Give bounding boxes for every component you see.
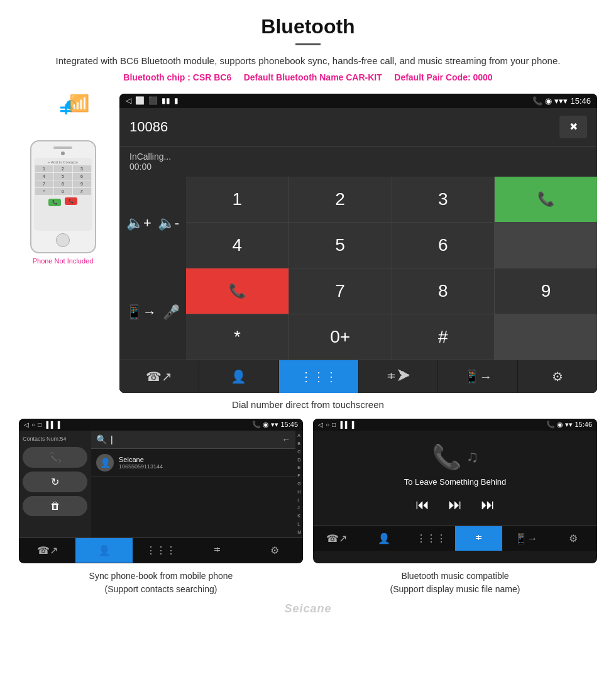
music-content: 📞 ♫ To Leave Something Behind ⏮ ⏭ ⏭ [313, 431, 597, 526]
key-5[interactable]: 5 [54, 173, 72, 180]
key-hash[interactable]: # [73, 188, 91, 195]
dial-grid-area: 🔈+ 🔈- 📱→ 🎤 1 2 3 📞 4 5 6 📞 7 8 [119, 177, 597, 360]
mic-icon[interactable]: 🎤 [163, 304, 180, 321]
back-icon: ◁ [126, 96, 131, 105]
status-left: ◁ ⬜ ⬛ ▮▮ ▮ [126, 96, 179, 105]
music-icon-area: 📞 ♫ [432, 443, 479, 471]
mb-transfer[interactable]: 📱→ [502, 526, 549, 551]
back-icon: ◁ [24, 421, 29, 428]
alpha-k[interactable]: K [297, 514, 301, 518]
watermark: Seicane [0, 596, 616, 626]
call-end-button[interactable]: 📞 [186, 268, 289, 314]
phone-action-buttons: 📞 📞 [48, 197, 77, 207]
key-hash[interactable]: # [392, 314, 495, 360]
phone-icon-small: 📞 [252, 421, 261, 429]
search-cursor: | [111, 434, 113, 444]
contact-list-item[interactable]: 👤 Seicane 10655059113144 [91, 449, 295, 477]
key-1[interactable]: 1 [35, 165, 53, 172]
key-8[interactable]: 8 [392, 268, 495, 314]
alpha-b[interactable]: B [297, 441, 301, 446]
key-star[interactable]: * [35, 188, 53, 195]
delete-action-button[interactable]: 🗑 [23, 496, 87, 516]
bottom-contacts-icon[interactable]: 👤 [199, 360, 278, 393]
alpha-e[interactable]: E [297, 465, 301, 470]
volume-down-icon[interactable]: 🔈- [158, 215, 179, 231]
key-8[interactable]: 8 [54, 180, 72, 187]
alpha-m[interactable]: M [297, 530, 301, 534]
bottom-call-icon[interactable]: ☎↗ [119, 360, 199, 393]
alpha-f[interactable]: F [297, 473, 301, 478]
dial-controls-left: 🔈+ 🔈- 📱→ 🎤 [119, 177, 186, 360]
volume-up-icon[interactable]: 🔈+ [126, 215, 151, 231]
bottom-transfer-icon[interactable]: 📱→ [438, 360, 517, 393]
alpha-d[interactable]: D [297, 458, 301, 462]
phone-status-icon: 📞 [532, 96, 542, 106]
key-7[interactable]: 7 [289, 268, 392, 314]
next-track-button[interactable]: ⏭ [448, 497, 462, 513]
call-answer-button[interactable]: 📞 [495, 177, 597, 222]
loc-icon-small: ◉ [263, 421, 269, 429]
key-star[interactable]: * [186, 314, 289, 360]
bottom-settings-icon[interactable]: ⚙ [518, 360, 597, 393]
phone-end-button[interactable]: 📞 [65, 197, 77, 205]
prev-button[interactable]: ⏮ [415, 497, 429, 513]
alpha-h[interactable]: H [297, 490, 301, 494]
mb-bluetooth[interactable]: ⧧ [455, 526, 502, 551]
alpha-j[interactable]: J [297, 505, 301, 510]
alpha-l[interactable]: L [297, 522, 301, 526]
key-9[interactable]: 9 [495, 268, 597, 314]
key-5[interactable]: 5 [289, 223, 392, 268]
mb-call[interactable]: ☎↗ [313, 526, 360, 551]
bt-chip: Bluetooth chip : CSR BC6 [123, 72, 231, 82]
key-4[interactable]: 4 [186, 223, 289, 268]
bottom-keypad-icon[interactable]: ⋮⋮⋮ [279, 360, 358, 393]
phone-home-button[interactable] [56, 233, 70, 247]
alpha-g[interactable]: G [297, 482, 301, 486]
key-4[interactable]: 4 [35, 173, 53, 180]
key-6[interactable]: 6 [73, 173, 91, 180]
alpha-i[interactable]: I [297, 498, 301, 502]
cb-contacts[interactable]: 👤 [75, 538, 132, 563]
sync-action-button[interactable]: ↻ [23, 472, 87, 492]
phone-mock: ⧧ ◐ 📶 + Add to Contacts 1 2 3 4 5 6 7 [19, 94, 107, 265]
key-3[interactable]: 3 [392, 177, 495, 222]
wifi-icon-small: ▾▾ [271, 421, 278, 429]
mb-contacts[interactable]: 👤 [360, 526, 407, 551]
bottom-captions: Sync phone-book from mobile phone(Suppor… [0, 563, 616, 596]
phone-call-button[interactable]: 📞 [48, 199, 61, 206]
cb-keypad[interactable]: ⋮⋮⋮ [133, 538, 189, 563]
call-action-button[interactable]: 📞 [23, 447, 87, 468]
right-caption: Bluetooth music compatible(Support displ… [313, 570, 597, 596]
key-9[interactable]: 9 [73, 180, 91, 187]
phone-camera [61, 152, 65, 155]
time-display: 15:46 [570, 96, 591, 106]
mb-settings[interactable]: ⚙ [550, 526, 597, 551]
dial-status-bar: ◁ ⬜ ⬛ ▮▮ ▮ 📞 ◉ ▾▾▾ 15:46 [119, 94, 597, 108]
key-2[interactable]: 2 [54, 165, 72, 172]
square-icon: □ [38, 421, 41, 428]
cb-settings[interactable]: ⚙ [246, 538, 303, 563]
alpha-a[interactable]: A [297, 433, 301, 438]
contacts-search-bar[interactable]: 🔍 | ← [91, 431, 295, 449]
cb-bluetooth[interactable]: ⧧ [189, 538, 246, 563]
cb-call[interactable]: ☎↗ [19, 538, 75, 563]
square-icon: □ [332, 421, 336, 428]
mb-keypad[interactable]: ⋮⋮⋮ [408, 526, 455, 551]
key-2[interactable]: 2 [289, 177, 392, 222]
key-7[interactable]: 7 [35, 180, 53, 187]
transfer-icon[interactable]: 📱→ [126, 304, 157, 321]
alpha-c[interactable]: C [297, 450, 301, 454]
backspace-button[interactable]: ✖ [559, 116, 587, 138]
page-title: Bluetooth [25, 15, 591, 38]
key-6[interactable]: 6 [392, 223, 495, 268]
key-0[interactable]: 0 [54, 188, 72, 195]
contacts-status-bar: ◁ ○ □ ▐▐ ▐ 📞 ◉ ▾▾ 15:45 [19, 419, 303, 431]
alpha-index: A B C D E F G H I J K L M [295, 431, 303, 538]
skip-button[interactable]: ⏭ [481, 497, 495, 513]
key-3[interactable]: 3 [73, 165, 91, 172]
search-back-arrow[interactable]: ← [282, 434, 290, 444]
key-1[interactable]: 1 [186, 177, 289, 222]
bottom-bluetooth-icon[interactable]: ⧧➤ [359, 360, 438, 393]
music-status-left: ◁ ○ □ ▐▐ ▐ [318, 421, 354, 428]
key-0[interactable]: 0+ [289, 314, 392, 360]
